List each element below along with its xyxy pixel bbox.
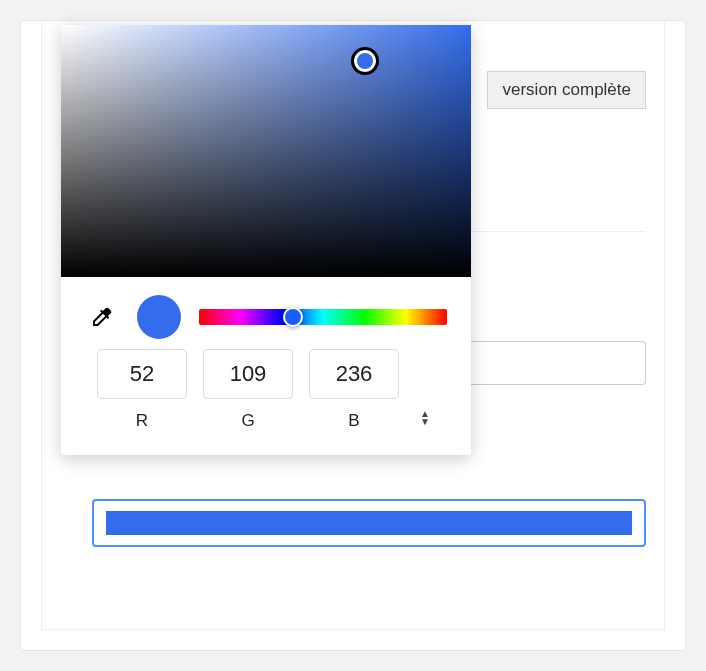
rgb-inputs-row: R G B ▲ ▼: [61, 349, 471, 437]
eyedropper-icon: [90, 305, 114, 329]
full-version-button[interactable]: version complète: [487, 71, 646, 109]
hue-slider[interactable]: [199, 309, 447, 325]
hue-handle[interactable]: [283, 307, 303, 327]
text-input-partial[interactable]: [466, 341, 646, 385]
color-input[interactable]: [92, 499, 646, 547]
page-card: version complète: [20, 20, 686, 651]
g-input[interactable]: [203, 349, 293, 399]
saturation-value-area[interactable]: [61, 25, 471, 277]
color-swatch-bar: [106, 511, 632, 535]
color-mode-switch[interactable]: ▲ ▼: [415, 410, 435, 426]
chevron-down-icon: ▼: [420, 418, 430, 426]
sv-handle[interactable]: [354, 50, 376, 72]
b-label: B: [348, 411, 359, 431]
r-column: R: [97, 349, 187, 431]
picker-tools-row: [61, 277, 471, 349]
eyedropper-button[interactable]: [85, 300, 119, 334]
color-picker-popup: R G B ▲ ▼: [61, 25, 471, 455]
current-color-swatch: [137, 295, 181, 339]
r-input[interactable]: [97, 349, 187, 399]
sv-black-gradient: [61, 25, 471, 277]
g-label: G: [241, 411, 254, 431]
b-input[interactable]: [309, 349, 399, 399]
b-column: B: [309, 349, 399, 431]
g-column: G: [203, 349, 293, 431]
r-label: R: [136, 411, 148, 431]
